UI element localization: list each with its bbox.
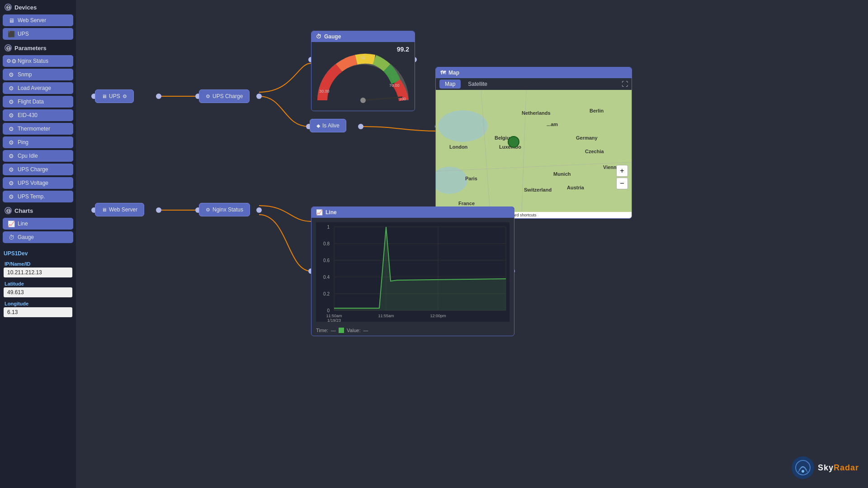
- gauge-chart-icon: ⏱: [8, 234, 14, 240]
- sidebar-item-web-server-label: Web Server: [18, 17, 46, 23]
- sidebar-item-snmp[interactable]: ⚙ Snmp: [3, 69, 73, 80]
- load-average-label: Load Average: [18, 85, 51, 91]
- eid-label: EID-430: [18, 112, 38, 118]
- nginx-status-label: Nginx Status: [18, 58, 48, 64]
- web-server-node-icon: 🖥: [102, 207, 107, 212]
- gauge-widget-title: Gauge: [324, 33, 341, 40]
- sidebar-item-ups-voltage[interactable]: ⚙ UPS Voltage: [3, 177, 73, 189]
- svg-text:Czechia: Czechia: [585, 149, 604, 154]
- gear-icon-ping: ⚙: [8, 139, 14, 145]
- map-tab-satellite[interactable]: Satellite: [462, 80, 493, 89]
- gauge-widget-body: 99.2 30.00 70.00 50 100: [311, 42, 415, 111]
- svg-text:11:55am: 11:55am: [378, 314, 394, 318]
- map-widget-title: Map: [448, 70, 459, 76]
- sidebar-item-ups[interactable]: ⬛ UPS: [3, 28, 73, 40]
- svg-line-19: [363, 97, 402, 100]
- web-server-node-label: Web Server: [109, 206, 137, 213]
- parameters-collapse-icon[interactable]: ⊖: [5, 44, 12, 52]
- line-chart-svg: 1 0.8 0.6 0.4 0.2 0 11:50am 1/19/23 11:5…: [316, 222, 509, 322]
- cpu-idle-label: Cpu Idle: [18, 153, 38, 159]
- svg-text:1: 1: [327, 225, 330, 230]
- line-widget: 📈 Line 1 0.8 0.6: [311, 206, 514, 336]
- gauge-widget: ⏱ Gauge 99.2 30.00 70.00 50 100: [311, 31, 415, 111]
- sidebar-item-ups-label: UPS: [18, 31, 29, 37]
- map-header-icon: 🗺: [440, 70, 446, 76]
- map-tab-map[interactable]: Map: [439, 80, 461, 89]
- sidebar-item-line[interactable]: 📈 Line: [3, 218, 73, 230]
- line-header-icon: 📈: [316, 209, 323, 216]
- charts-label: Charts: [14, 207, 33, 214]
- svg-text:...am: ...am: [547, 122, 558, 127]
- ups-charge-flow-node[interactable]: ⚙ UPS Charge: [199, 89, 250, 103]
- lon-label: Longitude: [4, 299, 72, 307]
- svg-text:France: France: [458, 201, 475, 206]
- sidebar-item-gauge[interactable]: ⏱ Gauge: [3, 231, 73, 243]
- ups-node-settings-icon[interactable]: ⚙: [123, 94, 127, 99]
- svg-text:Germany: Germany: [576, 135, 598, 141]
- map-zoom-out-button[interactable]: −: [616, 178, 628, 189]
- gear-icon-load: ⚙: [8, 85, 14, 91]
- lat-value: 49.613: [4, 287, 72, 297]
- time-value: —: [331, 328, 336, 333]
- parameters-section-header: ⊖ Parameters: [0, 41, 76, 54]
- charts-collapse-icon[interactable]: ⊖: [5, 207, 12, 214]
- monitor-icon: 🖥: [8, 17, 14, 23]
- sidebar-item-ups-charge[interactable]: ⚙ UPS Charge: [3, 164, 73, 175]
- svg-text:Austria: Austria: [567, 185, 585, 190]
- sidebar-item-load-average[interactable]: ⚙ Load Average: [3, 82, 73, 94]
- web-server-flow-node[interactable]: 🖥 Web Server: [95, 203, 144, 216]
- gear-icon-nginx: ⚙: [8, 58, 14, 64]
- svg-text:0: 0: [327, 308, 330, 313]
- svg-point-6: [358, 124, 363, 129]
- ip-value: 10.211.212.13: [4, 267, 72, 277]
- ups-node-label: UPS: [109, 93, 120, 99]
- map-widget-header: 🗺 Map: [436, 67, 632, 78]
- ups-charge-node-label: UPS Charge: [212, 93, 243, 99]
- gauge-value: 99.2: [315, 46, 411, 53]
- ups-flow-node[interactable]: 🖥 UPS ⚙: [95, 89, 134, 103]
- svg-text:Switzerland: Switzerland: [524, 187, 552, 192]
- line-footer: Time: — Value: —: [311, 326, 514, 336]
- svg-text:0.8: 0.8: [323, 241, 330, 246]
- devices-collapse-icon[interactable]: ⊖: [5, 4, 12, 11]
- map-container[interactable]: London Berlin Netherlands Germany Belgiu…: [436, 90, 632, 212]
- sidebar-item-flight-data[interactable]: ⚙ Flight Data: [3, 96, 73, 108]
- gear-icon-ups-volt: ⚙: [8, 180, 14, 186]
- map-zoom-controls: + −: [616, 165, 628, 189]
- gear-icon-snmp: ⚙: [8, 71, 14, 78]
- gear-icon-flight: ⚙: [8, 99, 14, 105]
- sidebar-item-eid430[interactable]: ⚙ EID-430: [3, 109, 73, 121]
- svg-point-42: [508, 136, 519, 147]
- map-fullscreen-button[interactable]: ⛶: [622, 80, 628, 88]
- svg-text:London: London: [449, 144, 468, 150]
- line-chart-icon: 📈: [8, 221, 14, 227]
- lat-label: Latitude: [4, 279, 72, 287]
- device-info: UPS1Dev IP/Name/ID 10.211.212.13 Latitud…: [0, 244, 76, 322]
- ups-charge-label: UPS Charge: [18, 166, 48, 173]
- time-label: Time:: [316, 328, 328, 333]
- svg-text:11:50am: 11:50am: [326, 314, 342, 318]
- sidebar-item-thermometer[interactable]: ⚙ Thermometer: [3, 123, 73, 135]
- svg-text:30.00: 30.00: [319, 89, 330, 94]
- legend-box: [339, 328, 344, 333]
- sidebar-item-ups-temp[interactable]: ⚙ UPS Temp.: [3, 191, 73, 202]
- map-zoom-in-button[interactable]: +: [616, 165, 628, 177]
- svg-text:Paris: Paris: [465, 176, 477, 181]
- gear-icon-eid: ⚙: [8, 112, 14, 118]
- is-alive-flow-node[interactable]: ◆ Is Alive: [310, 119, 346, 132]
- svg-text:0.2: 0.2: [323, 291, 330, 296]
- nginx-status-flow-node[interactable]: ⚙ Nginx Status: [199, 203, 250, 216]
- svg-point-65: [796, 460, 810, 475]
- is-alive-node-icon: ◆: [316, 123, 320, 129]
- svg-point-20: [360, 98, 366, 103]
- svg-point-11: [256, 207, 262, 213]
- sidebar-item-nginx-status[interactable]: ⚙ Nginx Status: [3, 55, 73, 67]
- flow-canvas: 🖥 UPS ⚙ ⚙ UPS Charge ◆ Is Alive 🖥 Web Se…: [76, 0, 868, 488]
- sidebar-item-web-server[interactable]: 🖥 Web Server: [3, 14, 73, 26]
- sidebar-item-cpu-idle[interactable]: ⚙ Cpu Idle: [3, 150, 73, 162]
- ping-label: Ping: [18, 139, 28, 145]
- map-tab-bar: Map Satellite ⛶: [436, 78, 632, 90]
- gear-icon-ups-temp: ⚙: [8, 193, 14, 200]
- svg-text:50: 50: [361, 56, 365, 60]
- sidebar-item-ping[interactable]: ⚙ Ping: [3, 136, 73, 148]
